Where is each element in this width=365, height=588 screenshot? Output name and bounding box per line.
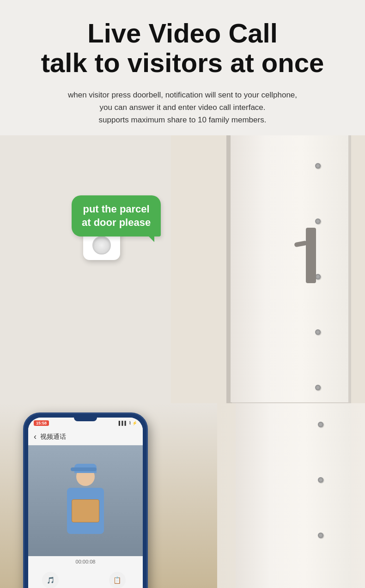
subtitle-text: when visitor press doorbell, notificatio… <box>28 89 337 127</box>
door-screw-top-2 <box>318 422 323 427</box>
scene-section: put the parcel at door please <box>0 135 365 403</box>
call-timer: 00:00:08 <box>28 556 143 567</box>
phone-screen: 15:58 ▌▌▌ ⌇ ⚡ ‹ 视频通话 <box>28 418 143 588</box>
title-line1: Live Video Call <box>87 18 278 48</box>
door-screw-top-4 <box>318 533 323 538</box>
delivery-person-view <box>28 445 143 556</box>
wifi-icon: ⌇ <box>129 421 131 425</box>
door-handle-plate <box>306 228 316 283</box>
doorbell-button <box>92 236 111 255</box>
door-screw-5 <box>315 385 321 390</box>
title-line2: talk to visitors at once <box>41 48 324 78</box>
chat-bubble: put the parcel at door please <box>72 195 161 236</box>
battery-icon: ⚡ <box>132 421 137 425</box>
page-container: Live Video Call talk to visitors at once… <box>0 0 365 588</box>
hand-svg <box>14 570 162 588</box>
signal-icon: ▌▌▌ <box>119 421 128 425</box>
chat-bubble-line2: at door please <box>82 217 151 228</box>
person-cap-brim <box>71 467 97 471</box>
door-handle-bar <box>294 241 307 248</box>
header-section: Live Video Call talk to visitors at once… <box>0 0 365 135</box>
phone-section-door-wall <box>217 403 365 588</box>
status-icons: ▌▌▌ ⌇ ⚡ <box>119 421 137 425</box>
person-figure <box>67 467 104 534</box>
phone-nav-bar: ‹ 视频通话 <box>28 429 143 445</box>
door-screw-2 <box>315 218 321 224</box>
door-container <box>171 135 365 403</box>
door-screw-top-3 <box>318 477 323 483</box>
phone-hand-container: 15:58 ▌▌▌ ⌇ ⚡ ‹ 视频通话 <box>14 412 162 588</box>
phone-notch <box>74 418 97 421</box>
phone-section: 15:58 ▌▌▌ ⌇ ⚡ ‹ 视频通话 <box>0 403 365 588</box>
person-head <box>76 467 95 486</box>
door-handle <box>306 228 316 283</box>
main-title: Live Video Call talk to visitors at once <box>28 18 337 78</box>
phone-mockup: 15:58 ▌▌▌ ⌇ ⚡ ‹ 视频通话 <box>23 412 148 588</box>
status-time: 15:58 <box>34 420 49 426</box>
person-cap <box>74 464 97 473</box>
back-button[interactable]: ‹ <box>34 432 36 442</box>
nav-title: 视频通话 <box>40 433 66 441</box>
video-call-area <box>28 445 143 556</box>
door-panel <box>231 135 348 402</box>
door-screw-4 <box>315 329 321 335</box>
hand-holding-phone <box>14 570 162 588</box>
phone-section-door-panel <box>236 403 351 588</box>
delivery-box <box>72 499 99 522</box>
wall-background <box>0 135 171 403</box>
timer-display: 00:00:08 <box>76 559 96 564</box>
chat-bubble-line1: put the parcel <box>83 203 149 215</box>
door-screw-1 <box>315 163 321 169</box>
person-body <box>67 488 104 534</box>
